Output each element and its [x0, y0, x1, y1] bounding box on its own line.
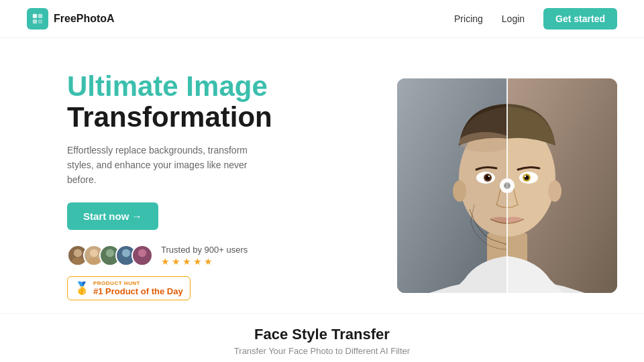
- ph-product-text: #1 Product of the Day: [93, 286, 183, 296]
- trusted-info: Trusted by 900+ users ★ ★ ★ ★ ★: [161, 245, 248, 267]
- svg-point-13: [136, 257, 148, 265]
- brand-name: FreePhotoA: [54, 13, 115, 25]
- bottom-section-title: Face Style Transfer: [27, 326, 617, 343]
- svg-rect-3: [38, 19, 42, 23]
- bottom-section-subtitle: Transfer Your Face Photo to Different AI…: [27, 346, 617, 356]
- star-3: ★: [182, 256, 191, 267]
- svg-point-12: [138, 249, 146, 257]
- avatar-group: [67, 245, 153, 266]
- svg-point-31: [525, 176, 526, 177]
- svg-point-7: [88, 257, 100, 265]
- ph-badge-text: PRODUCT HUNT #1 Product of the Day: [93, 280, 183, 296]
- nav-login[interactable]: Login: [502, 13, 525, 24]
- hero-title-line1: Ultimate Image: [67, 71, 335, 102]
- svg-rect-1: [38, 14, 42, 18]
- star-1: ★: [161, 256, 170, 267]
- navbar: FreePhotoA Pricing Login Get started: [0, 0, 644, 38]
- face-illustration: [397, 78, 617, 293]
- svg-point-9: [104, 257, 116, 265]
- star-2: ★: [172, 256, 180, 267]
- svg-point-6: [90, 249, 98, 257]
- hero-title: Ultimate Image Transformation: [67, 71, 335, 133]
- svg-point-5: [72, 257, 84, 265]
- svg-point-23: [459, 132, 513, 152]
- logo-area: FreePhotoA: [27, 8, 115, 29]
- avatar: [131, 245, 153, 266]
- star-5: ★: [204, 256, 213, 267]
- nav-pricing[interactable]: Pricing: [454, 13, 483, 24]
- ph-hunt-label: PRODUCT HUNT: [93, 280, 183, 286]
- logo-icon: [27, 8, 48, 29]
- svg-point-8: [106, 249, 114, 257]
- hero-section: Ultimate Image Transformation Effortless…: [0, 38, 644, 313]
- start-now-button[interactable]: Start now →: [67, 202, 158, 230]
- product-hunt-badge[interactable]: 🥇 PRODUCT HUNT #1 Product of the Day: [67, 276, 191, 300]
- nav-links: Pricing Login Get started: [454, 8, 617, 29]
- hero-left: Ultimate Image Transformation Effortless…: [67, 71, 349, 300]
- hero-subtitle: Effortlessly replace backgrounds, transf…: [67, 143, 275, 188]
- svg-point-33: [548, 180, 561, 202]
- hero-title-line2: Transformation: [67, 102, 335, 133]
- hero-right: [349, 58, 617, 313]
- svg-rect-0: [33, 14, 37, 18]
- svg-point-10: [122, 249, 130, 257]
- bottom-section: Face Style Transfer Transfer Your Face P…: [0, 313, 644, 362]
- star-rating: ★ ★ ★ ★ ★: [161, 256, 248, 267]
- face-compare-image: [397, 78, 617, 293]
- social-proof: Trusted by 900+ users ★ ★ ★ ★ ★: [67, 245, 335, 267]
- star-4: ★: [193, 256, 202, 267]
- trusted-text: Trusted by 900+ users: [161, 245, 248, 255]
- svg-point-32: [453, 180, 466, 202]
- svg-point-4: [74, 249, 82, 257]
- svg-point-27: [488, 176, 490, 177]
- get-started-button[interactable]: Get started: [543, 8, 617, 29]
- svg-point-11: [120, 257, 132, 265]
- medal-icon: 🥇: [74, 281, 89, 296]
- svg-rect-2: [33, 19, 37, 23]
